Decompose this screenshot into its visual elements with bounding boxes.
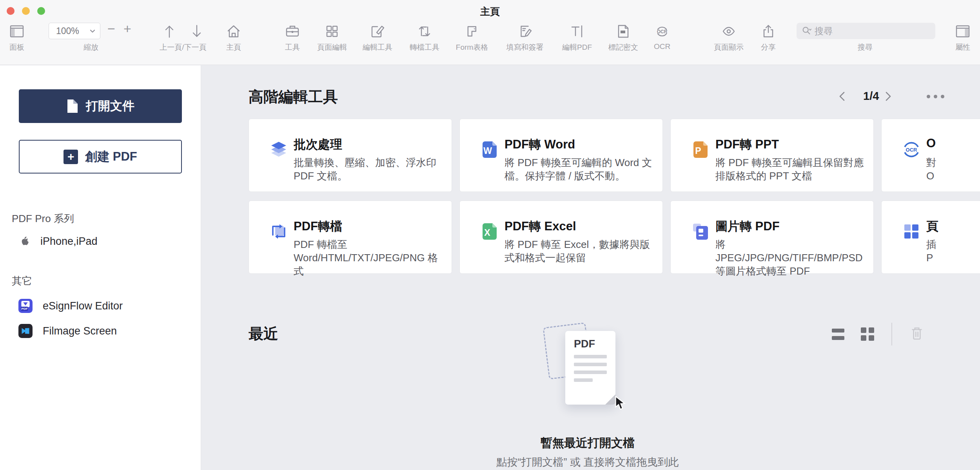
card-description: 將 PDF 轉換至可編輯且保留對應排版格式的 PPT 文檔 [715, 156, 865, 183]
search-input-wrap[interactable] [797, 23, 935, 39]
svg-text:OCR: OCR [657, 29, 668, 34]
toolbar-form[interactable]: Form表格 [456, 22, 488, 52]
toolbar-next-page[interactable] [188, 22, 205, 41]
divider [891, 323, 892, 345]
card-pdf-to-word[interactable]: W PDF轉 Word 將 PDF 轉換至可編輯的 Word 文檔。保持字體 /… [459, 119, 663, 192]
sidebar-item-esignflow[interactable]: PDF eSignFlow Editor [18, 299, 123, 313]
trash-icon [908, 324, 926, 342]
svg-text:X: X [484, 228, 490, 238]
toolbar-fill-sign[interactable]: 填寫和簽署 [506, 22, 544, 52]
toolbar-label: 轉檔工具 [410, 42, 439, 52]
card-image-to-pdf[interactable]: 圖片轉 PDF 將 JPEG/JPG/PNG/TIFF/BMP/PSD 等圖片格… [670, 201, 874, 274]
toolbar-label: 分享 [761, 42, 776, 52]
list-view-button[interactable] [832, 329, 844, 340]
toolbar-label: OCR [654, 42, 670, 51]
svg-text:W: W [483, 146, 492, 156]
toolbar-panel[interactable]: 面板 [8, 22, 25, 52]
card-description: 將 PDF 轉換至可編輯的 Word 文檔。保持字體 / 版式不動。 [505, 156, 654, 183]
sidebar-section-other: 其它 [12, 274, 32, 288]
card-title: PDF轉 PPT [715, 136, 779, 153]
esignflow-app-icon: PDF [18, 299, 33, 313]
convert-loop-icon [416, 22, 433, 41]
card-ocr-partial[interactable]: OCR O 對 O [881, 119, 980, 192]
recent-empty-title: 暫無最近打開文檔 [541, 435, 635, 451]
toolbar-page-display[interactable]: 頁面顯示 [714, 22, 744, 52]
svg-text:OCR: OCR [906, 147, 918, 153]
close-window-button[interactable] [7, 7, 15, 15]
eye-icon [720, 22, 737, 41]
open-document-label: 打開文件 [86, 98, 134, 114]
toolbar-edit-tools[interactable]: 編輯工具 [363, 22, 392, 52]
card-batch-process[interactable]: 批次處理 批量轉換、壓縮、加密、浮水印 PDF 文檔。 [249, 119, 452, 192]
pager-page-indicator: 1/4 [863, 90, 879, 103]
pager-prev-button[interactable] [837, 90, 848, 103]
search-input[interactable] [815, 26, 931, 36]
cursor-pointer-icon [614, 396, 627, 410]
app-window: 主頁 面板 100% − + 縮放 [0, 0, 980, 470]
toolbar-tools[interactable]: 工具 [284, 22, 301, 52]
grid-pages-icon [323, 22, 341, 41]
panel-right-icon [954, 22, 971, 41]
pdf-document-icon: PDF [565, 331, 615, 405]
toolbar-ocr[interactable]: OCR OCR [653, 22, 671, 51]
card-title: PDF轉 Excel [505, 218, 576, 235]
pager-more-button[interactable] [927, 95, 944, 98]
card-pdf-to-ppt[interactable]: P PDF轉 PPT 將 PDF 轉換至可編輯且保留對應排版格式的 PPT 文檔 [670, 119, 874, 192]
zoom-level-select[interactable]: 100% [49, 23, 100, 39]
sidebar-section-pdf-pro: PDF Pro 系列 [12, 212, 74, 226]
minimize-window-button[interactable] [22, 7, 30, 15]
toolbar-convert-tools[interactable]: 轉檔工具 [410, 22, 439, 52]
card-pdf-convert[interactable]: PDF轉檔 PDF 轉檔至 Word/HTML/TXT/JPEG/PNG 格式 [249, 201, 452, 274]
toolbar-previous-page[interactable] [161, 22, 178, 41]
zoom-window-button[interactable] [37, 7, 45, 15]
pager-next-button[interactable] [882, 90, 894, 103]
window-title: 主頁 [480, 5, 500, 18]
home-icon [225, 22, 242, 41]
sidebar: 打開文件 + 創建 PDF PDF Pro 系列 iPhone,iPad 其它 … [0, 65, 201, 470]
search-icon [801, 25, 812, 37]
card-pdf-to-excel[interactable]: X PDF轉 Excel 將 PDF 轉至 Excel，數據將與版式和格式一起保… [459, 201, 663, 274]
toolbar-label: 上一頁/下一頁 [160, 42, 206, 52]
toolbar-share[interactable]: 分享 [760, 22, 777, 52]
create-pdf-button[interactable]: + 創建 PDF [19, 140, 182, 174]
toolbar-home[interactable]: 主頁 [225, 22, 242, 52]
sidebar-item-iphone-ipad[interactable]: iPhone,iPad [18, 235, 98, 248]
create-pdf-label: 創建 PDF [85, 148, 137, 165]
advanced-tools-title: 高階編輯工具 [249, 87, 338, 107]
card-title: 頁 [926, 218, 938, 235]
share-icon [760, 22, 777, 41]
svg-text:P: P [695, 146, 701, 156]
apple-logo-icon [18, 235, 30, 248]
arrow-up-icon [161, 22, 178, 41]
grid-pages-blue-icon [901, 221, 922, 242]
card-page-partial[interactable]: 頁 插 P [881, 201, 980, 274]
filmage-app-icon [18, 324, 33, 338]
toolbar-label: 編輯工具 [363, 42, 392, 52]
chevron-down-icon [89, 27, 96, 34]
open-document-button[interactable]: 打開文件 [19, 89, 182, 123]
recent-empty-illustration: PDF [543, 321, 637, 417]
main-content: 高階編輯工具 1/4 批次處理 批量轉換、壓縮、加密、浮水印 PDF 文檔。 [201, 65, 980, 470]
trash-button[interactable] [908, 324, 926, 344]
pdf-label: PDF [574, 338, 615, 350]
arrow-down-icon [188, 22, 205, 41]
toolbar-label: 編輯PDF [562, 42, 592, 52]
toolbar-properties[interactable]: 屬性 [954, 22, 971, 52]
toolbar-redact[interactable]: 標記密文 [608, 22, 638, 52]
card-desc-line: 對 [926, 156, 980, 169]
toolbar-page-edit[interactable]: 頁面編輯 [317, 22, 347, 52]
excel-file-icon: X [479, 221, 500, 242]
card-description: 將 JPEG/JPG/PNG/TIFF/BMP/PSD 等圖片格式轉至 PDF [715, 238, 865, 278]
zoom-level-value: 100% [56, 26, 79, 36]
card-title: PDF轉檔 [294, 218, 342, 235]
card-desc-line: O [926, 169, 980, 183]
form-field-icon [463, 22, 481, 41]
toolbar-edit-pdf[interactable]: 編輯PDF [562, 22, 592, 52]
zoom-in-button[interactable]: + [123, 21, 131, 36]
card-desc-line: 插 [926, 238, 980, 251]
sidebar-item-filmage[interactable]: Filmage Screen [18, 324, 117, 338]
card-title: 圖片轉 PDF [715, 218, 780, 235]
card-description: 批量轉換、壓縮、加密、浮水印 PDF 文檔。 [294, 156, 443, 183]
grid-view-button[interactable] [861, 327, 874, 341]
zoom-out-button[interactable]: − [107, 21, 115, 36]
